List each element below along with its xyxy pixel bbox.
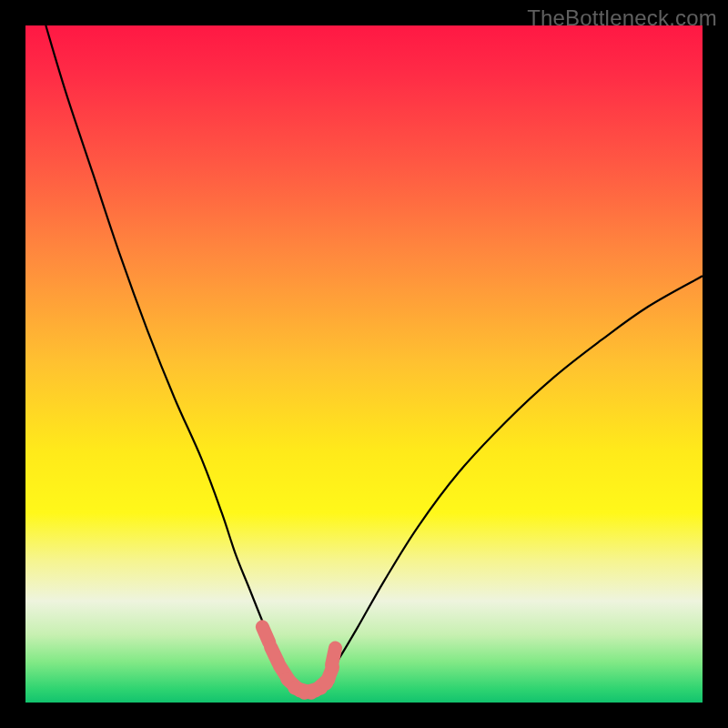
- chart-frame: TheBottleneck.com: [0, 0, 728, 728]
- plot-area: [25, 25, 703, 703]
- watermark-text: TheBottleneck.com: [527, 5, 717, 31]
- data-markers: [262, 627, 335, 693]
- curve-layer: [25, 25, 703, 703]
- data-marker: [332, 648, 336, 665]
- data-marker: [262, 627, 269, 642]
- bottleneck-curve: [46, 25, 703, 691]
